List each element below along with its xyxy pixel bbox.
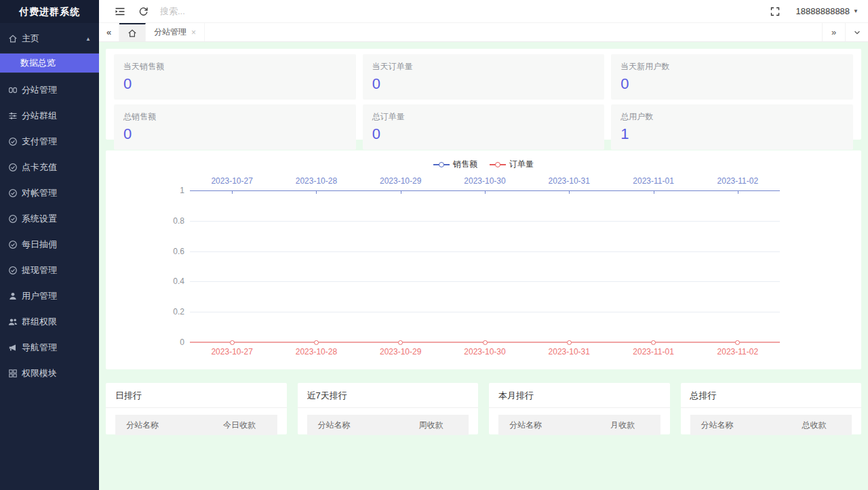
y-axis-label: 0.4 [157,277,184,286]
sidebar-item-7[interactable]: 每日抽佣 [0,232,99,258]
ranking-col-amount: 月收款 [585,420,660,431]
fullscreen-icon[interactable] [764,0,787,23]
x-axis-top-tick [654,191,654,194]
ranking-title: 总排行 [681,383,862,408]
home-icon [8,34,18,43]
x-axis-top-label: 2023-10-31 [538,176,599,186]
tabs-scroll-left-icon[interactable]: « [99,23,119,41]
chart-panel: 销售额订单量 00.20.40.60.812023-10-272023-10-2… [106,150,861,369]
sidebar-item-label: 用户管理 [20,290,91,302]
collapse-sidebar-icon[interactable] [108,0,132,23]
stat-label: 当天新用户数 [620,61,844,73]
tab-home[interactable] [119,23,146,41]
tab-site-management[interactable]: 分站管理 × [146,23,205,41]
stat-card-3: 总销售额0 [114,104,356,150]
stat-value: 0 [123,75,347,93]
sidebar-item-label: 对帐管理 [20,187,91,199]
x-axis-bottom-label: 2023-10-28 [285,347,347,356]
search-input[interactable] [160,6,262,16]
sidebar-item-label: 支付管理 [20,136,91,148]
tabs-scroll-right-icon[interactable]: » [822,23,845,41]
stat-label: 总销售额 [123,111,347,123]
stat-label: 总订单量 [372,111,595,123]
sidebar-item-4[interactable]: 点卡充值 [0,155,99,180]
check-circle-icon [8,266,18,275]
ranking-header: 分站名称总收款 [690,415,852,435]
grid-line [190,281,780,282]
stat-label: 当天销售额 [123,61,347,73]
ranking-card-0: 日排行分站名称今日收款 [106,383,287,434]
x-axis-bottom-label: 2023-10-29 [370,347,431,356]
stats-panel: 当天销售额0当天订单量0当天新用户数0总销售额0总订单量0总用户数1 [106,49,861,140]
data-point-order [314,340,319,345]
caret-up-icon: ▲ [85,36,91,42]
ranking-header: 分站名称月收款 [498,415,660,435]
x-axis-top-label: 2023-10-29 [370,176,431,186]
main-column: 18888888888 ▼ « 分站管理 × » 当天销售额0当天订单量0当天新… [99,0,868,490]
ranking-col-name: 分站名称 [690,420,776,431]
y-axis-label: 0 [157,338,184,347]
check-circle-icon [8,137,18,146]
refresh-icon[interactable] [132,0,155,23]
ranking-col-amount: 总收款 [776,420,852,431]
sidebar-subitem-0[interactable]: 数据总览 [0,54,99,73]
stat-value: 0 [123,125,347,143]
tabs-menu-icon[interactable] [845,23,868,41]
stat-value: 0 [620,75,844,93]
top-navbar: 18888888888 ▼ [99,0,868,23]
sidebar: 付费进群系统 主页▲数据总览分站管理分站群组支付管理点卡充值对帐管理系统设置每日… [0,0,99,490]
x-axis-bottom-label: 2023-10-27 [201,347,262,356]
sidebar-item-label: 每日抽佣 [20,239,91,251]
sidebar-item-label: 提现管理 [20,264,91,277]
data-point-order [398,340,403,345]
check-circle-icon [8,163,18,172]
users-icon [8,317,18,327]
sidebar-item-6[interactable]: 系统设置 [0,206,99,232]
check-circle-icon [8,214,18,224]
app-root: 付费进群系统 主页▲数据总览分站管理分站群组支付管理点卡充值对帐管理系统设置每日… [0,0,868,490]
x-axis-top-label: 2023-11-02 [707,176,768,186]
sidebar-item-3[interactable]: 支付管理 [0,129,99,155]
sidebar-item-12[interactable]: 权限模块 [0,361,99,386]
grid-line [190,221,780,222]
ranking-col-name: 分站名称 [498,420,585,431]
y-axis-label: 0.6 [157,247,184,256]
x-axis-top-tick [316,191,317,194]
ranking-col-amount: 周收款 [393,420,469,431]
sidebar-item-label: 分站群组 [20,110,91,122]
sidebar-item-9[interactable]: 用户管理 [0,283,99,309]
x-axis-top-tick [485,191,486,194]
stat-card-4: 总订单量0 [363,104,605,150]
sidebar-item-5[interactable]: 对帐管理 [0,180,99,206]
grid-icon [8,369,18,378]
data-point-order [735,340,740,345]
home-icon [127,28,137,38]
ranking-col-amount: 今日收款 [201,420,277,431]
data-point-order [567,340,572,345]
sidebar-item-11[interactable]: 导航管理 [0,335,99,361]
x-axis-bottom-label: 2023-11-02 [707,347,768,356]
sidebar-item-1[interactable]: 分站管理 [0,77,99,103]
sidebar-item-2[interactable]: 分站群组 [0,103,99,129]
x-axis-top-label: 2023-10-27 [201,176,262,186]
x-axis-top-tick [569,191,570,194]
x-axis-bottom-label: 2023-10-31 [538,347,599,356]
rankings-row: 日排行分站名称今日收款近7天排行分站名称周收款本月排行分站名称月收款总排行分站名… [106,383,861,434]
user-menu[interactable]: 18888888888 ▼ [796,6,859,16]
user-phone: 18888888888 [796,6,850,16]
sidebar-item-0[interactable]: 主页▲ [0,26,99,52]
sidebar-item-10[interactable]: 群组权限 [0,309,99,335]
sidebar-item-8[interactable]: 提现管理 [0,258,99,283]
sidebar-submenu: 数据总览 [0,53,99,73]
tabbar-right: » [822,23,868,41]
sidebar-menu: 主页▲数据总览分站管理分站群组支付管理点卡充值对帐管理系统设置每日抽佣提现管理用… [0,23,99,386]
sidebar-item-label: 点卡充值 [20,161,91,173]
tab-label: 分站管理 [154,26,186,38]
sidebar-item-label: 分站管理 [20,84,91,96]
grid-line [190,251,780,252]
x-axis-bottom-label: 2023-10-30 [454,347,515,356]
check-circle-icon [8,188,18,198]
close-icon[interactable]: × [191,28,196,37]
app-title: 付费进群系统 [0,0,99,23]
stat-label: 当天订单量 [372,61,595,73]
